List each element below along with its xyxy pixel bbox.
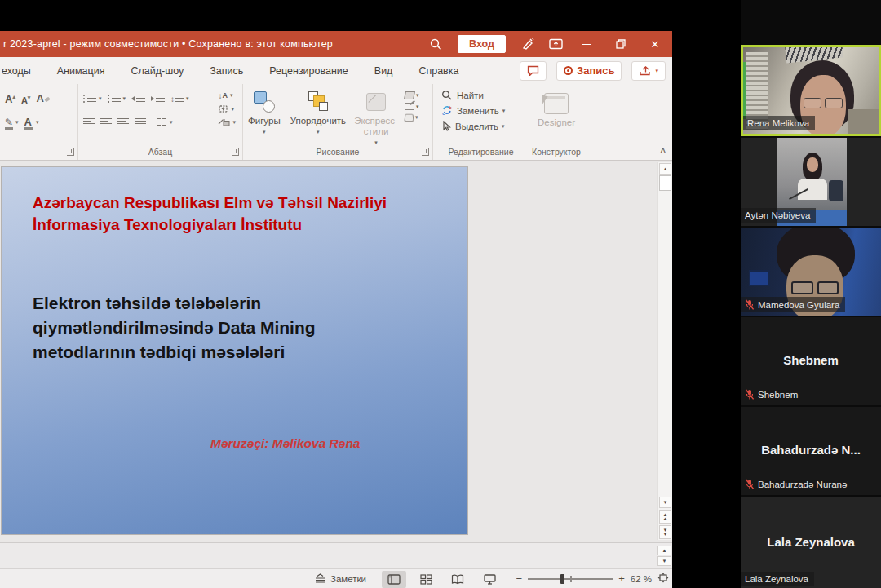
participant-tile-bahadurzade-nurane[interactable]: Bahadurzadə N... Bahadurzadə Nuranə: [741, 407, 881, 495]
zoom-slider-thumb[interactable]: [560, 574, 564, 584]
tab-record[interactable]: Запись: [210, 65, 243, 77]
editing-group-label: Редактирование: [433, 147, 529, 157]
designer-button[interactable]: Designer: [529, 91, 583, 128]
grow-font-button[interactable]: A▴: [5, 92, 15, 104]
slide-sorter-view-button[interactable]: [414, 571, 438, 588]
participant-tile-mamedova-gyulara[interactable]: Mamedova Gyulara: [741, 228, 881, 316]
participant-tile-ayten-nebiyeva[interactable]: Aytən Nəbiyeva: [741, 138, 881, 226]
participant-name-label: Mamedova Gyulara: [741, 297, 845, 312]
numbering-button[interactable]: ▾: [108, 95, 126, 103]
bullets-button[interactable]: ▾: [83, 95, 102, 103]
minimize-button[interactable]: [569, 31, 604, 57]
tab-view[interactable]: Вид: [374, 65, 393, 77]
scrollbar-track[interactable]: [658, 191, 672, 496]
next-slide-button[interactable]: ▼▼: [659, 525, 671, 539]
normal-view-button[interactable]: [382, 571, 406, 588]
participant-tile-shebnem[interactable]: Shebnem Shebnem: [741, 317, 881, 405]
record-presentation-button[interactable]: Запись: [556, 61, 622, 81]
notes-scrollbar[interactable]: ▲ ▼: [657, 546, 671, 566]
fit-to-window-button[interactable]: [657, 572, 669, 586]
tab-animation[interactable]: Анимация: [57, 65, 105, 77]
participant-tile-rena-melikova[interactable]: Rena Melikova: [741, 45, 881, 136]
notes-toggle-button[interactable]: Заметки: [314, 569, 366, 588]
comment-icon: [527, 65, 539, 76]
previous-slide-button[interactable]: ▲▲: [659, 510, 671, 524]
slide-topic-line1: Elektron təhsildə tələbələrin: [33, 291, 316, 316]
participants-sidebar: Rena Melikova Aytən Nəbiyeva: [741, 0, 881, 588]
text-direction-button[interactable]: ↓A▾: [218, 91, 236, 100]
scroll-up-button[interactable]: ▲: [659, 163, 671, 175]
shapes-button[interactable]: Фигуры ▾: [243, 90, 286, 137]
zoom-in-button[interactable]: +: [618, 573, 625, 585]
designer-group: Designer Конструктор: [529, 84, 583, 160]
notes-scroll-down-button[interactable]: ▼: [657, 556, 671, 566]
shrink-font-button[interactable]: A▾: [21, 93, 30, 105]
decrease-indent-button[interactable]: [131, 95, 145, 103]
scrollbar-thumb[interactable]: [659, 175, 671, 191]
vertical-scrollbar[interactable]: ▲ ▼ ▲▲ ▼▼: [657, 162, 672, 540]
scroll-down-button[interactable]: ▼: [659, 497, 671, 508]
drawing-group: Фигуры ▾ Упорядочить ▾ Экспресс-стили ▾ …: [243, 84, 433, 160]
mic-muted-icon: [745, 479, 755, 489]
shape-effects-button[interactable]: ▾: [405, 113, 419, 122]
line-spacing-button[interactable]: ↕▾: [170, 95, 189, 104]
marker-pen-icon[interactable]: [514, 31, 542, 57]
increase-indent-button[interactable]: [151, 95, 165, 103]
find-icon: [441, 90, 453, 100]
close-button[interactable]: ✕: [638, 31, 672, 57]
quick-styles-button[interactable]: Экспресс-стили ▾: [351, 90, 401, 148]
zoom-level: 62 %: [631, 574, 652, 584]
arrange-button[interactable]: Упорядочить ▾: [286, 90, 351, 137]
tab-review[interactable]: Рецензирование: [269, 65, 348, 77]
search-icon[interactable]: [422, 31, 449, 57]
paragraph-dialog-launcher[interactable]: [232, 148, 239, 156]
font-color-button[interactable]: A▾: [24, 117, 39, 127]
convert-to-smartart-button[interactable]: ▾: [218, 117, 236, 126]
paragraph-group: ▾ ▾ ↕▾ ▾ ↓A▾ ▾ ▾ Абза: [78, 84, 243, 160]
restore-button[interactable]: [604, 31, 638, 57]
align-left-button[interactable]: [83, 118, 95, 127]
notes-pane-collapsed[interactable]: ▲ ▼: [0, 542, 672, 568]
shape-fill-button[interactable]: ▾: [405, 91, 419, 99]
powerpoint-window: r 2023-aprel - режим совместимости • Сох…: [0, 0, 672, 588]
collapse-ribbon-button[interactable]: ^: [661, 147, 666, 157]
zoom-screenshare-screen: r 2023-aprel - режим совместимости • Сох…: [0, 0, 881, 588]
participant-display-name: Bahadurzadə N...: [741, 443, 881, 457]
tab-perehody[interactable]: еходы: [2, 65, 31, 77]
drawing-dialog-launcher[interactable]: [422, 148, 429, 156]
shape-outline-button[interactable]: ▾: [405, 103, 419, 110]
clear-formatting-button[interactable]: A: [36, 94, 50, 104]
find-button[interactable]: Найти: [441, 90, 529, 100]
columns-button[interactable]: ▾: [157, 118, 173, 126]
zoom-slider[interactable]: [528, 578, 613, 580]
font-group: A▴ A▾ A ✎▾ A▾: [0, 84, 78, 160]
signin-button[interactable]: Вход: [458, 35, 506, 53]
select-button[interactable]: Выделить ▾: [441, 121, 529, 131]
slide-org-line2: İnformasiya Texnologiyaları İnstitutu: [33, 214, 387, 236]
align-center-button[interactable]: [100, 118, 112, 127]
justify-button[interactable]: [135, 118, 146, 127]
align-right-button[interactable]: [117, 118, 129, 127]
zoom-controls: − + 62 %: [516, 569, 669, 588]
comments-button[interactable]: [520, 61, 547, 81]
zoom-out-button[interactable]: −: [516, 573, 523, 585]
mic-muted-icon: [745, 299, 755, 310]
tab-help[interactable]: Справка: [418, 65, 458, 77]
slide-canvas[interactable]: Azərbaycan Respublikası Elm və Təhsil Na…: [2, 167, 467, 534]
status-bar: Заметки −: [0, 568, 672, 588]
title-bar-controls: Вход ✕: [422, 31, 672, 57]
notes-scroll-up-button[interactable]: ▲: [657, 546, 671, 555]
align-text-button[interactable]: ▾: [218, 104, 236, 113]
share-button[interactable]: ▾: [631, 61, 666, 81]
font-dialog-launcher[interactable]: [67, 148, 74, 156]
participant-tile-lala-zeynalova[interactable]: Lala Zeynalova Lala Zeynalova: [741, 497, 881, 588]
tab-slideshow[interactable]: Слайд-шоу: [131, 65, 184, 77]
shapes-icon: [254, 90, 275, 114]
slideshow-view-button[interactable]: [477, 571, 502, 588]
replace-button[interactable]: bc Заменить ▾: [441, 105, 529, 116]
text-highlight-button[interactable]: ✎▾: [5, 117, 19, 128]
reading-view-button[interactable]: [445, 571, 470, 588]
ribbon-display-options-icon[interactable]: [542, 31, 569, 57]
ribbon-tab-bar: еходы Анимация Слайд-шоу Запись Рецензир…: [0, 57, 672, 84]
participant-name-label: Aytən Nəbiyeva: [741, 208, 816, 223]
